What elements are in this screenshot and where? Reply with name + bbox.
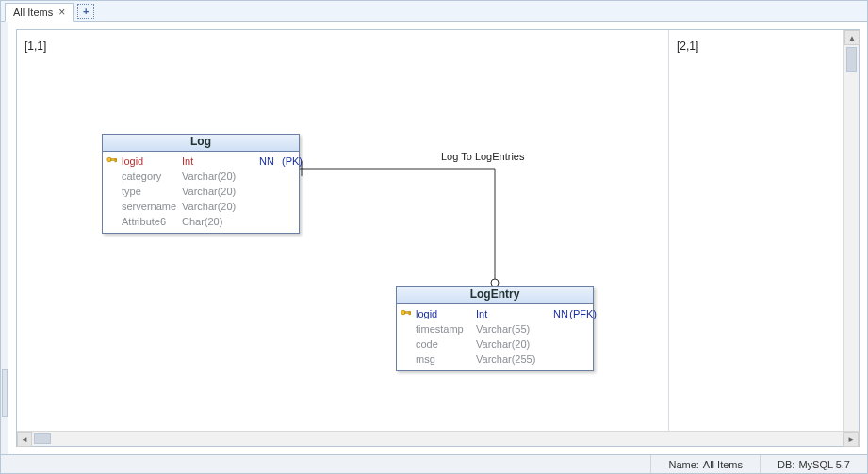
tab-strip: All Items × + — [1, 1, 867, 22]
entity-logentry-row-logid[interactable]: logid Int NN (PFK) — [401, 306, 589, 321]
horizontal-scrollbar[interactable]: ◄ ► — [17, 431, 859, 446]
blank-icon — [401, 353, 414, 365]
pane-divider[interactable] — [668, 30, 669, 431]
entity-logentry[interactable]: LogEntry logid Int NN (PFK) — [396, 286, 594, 371]
entity-log-row-type[interactable]: type Varchar(20) — [106, 184, 295, 199]
blank-icon — [106, 186, 120, 197]
col-nn: NN — [254, 155, 274, 167]
entity-logentry-row-timestamp[interactable]: timestamp Varchar(55) — [401, 321, 589, 336]
tab-close-icon[interactable]: × — [58, 6, 65, 19]
status-bar: Name: All Items DB: MySQL 5.7 — [1, 454, 867, 473]
relationship-label[interactable]: Log To LogEntries — [441, 151, 524, 162]
vertical-scrollbar[interactable]: ▲ ▼ — [843, 30, 859, 446]
col-name: servername — [122, 201, 182, 212]
svg-rect-9 — [409, 312, 411, 315]
entity-log-row-category[interactable]: category Varchar(20) — [106, 169, 295, 184]
col-name: logid — [122, 155, 182, 167]
blank-icon — [106, 201, 120, 212]
scroll-left-button[interactable]: ◄ — [17, 432, 32, 447]
primary-key-icon — [106, 155, 120, 167]
foreign-key-icon — [401, 308, 414, 319]
col-type: Varchar(20) — [182, 171, 254, 182]
status-name-cell: Name: All Items — [650, 455, 760, 473]
col-key: (PK) — [274, 155, 303, 167]
entity-logentry-row-code[interactable]: code Varchar(20) — [401, 336, 589, 351]
pane-coords-left: [1,1] — [25, 40, 46, 53]
col-type: Varchar(20) — [182, 186, 254, 197]
scroll-right-button[interactable]: ► — [843, 432, 859, 447]
pane-coords-right: [2,1] — [677, 40, 698, 53]
horizontal-scroll-thumb[interactable] — [34, 433, 51, 444]
status-name-label: Name: — [668, 459, 698, 470]
entity-logentry-rows: logid Int NN (PFK) timestamp Varchar(55) — [397, 304, 593, 370]
vertical-scroll-thumb[interactable] — [846, 47, 857, 72]
entity-logentry-row-msg[interactable]: msg Varchar(255) — [401, 351, 589, 367]
col-type: Varchar(20) — [476, 338, 548, 350]
col-name: type — [122, 186, 182, 197]
col-name: code — [416, 338, 476, 350]
entity-log-row-attribute6[interactable]: Attribute6 Char(20) — [106, 214, 295, 229]
status-db-label: DB: — [778, 459, 794, 470]
status-db-value: MySQL 5.7 — [798, 459, 850, 470]
blank-icon — [401, 323, 414, 335]
entity-log-row-servername[interactable]: servername Varchar(20) — [106, 199, 295, 214]
status-db-cell: DB: MySQL 5.7 — [760, 455, 867, 473]
entity-log[interactable]: Log logid Int NN (PK) — [102, 134, 300, 234]
tab-label: All Items — [13, 7, 53, 18]
col-type: Varchar(20) — [182, 201, 254, 212]
blank-icon — [106, 216, 120, 227]
entity-log-row-logid[interactable]: logid Int NN (PK) — [106, 154, 295, 169]
scroll-up-button[interactable]: ▲ — [844, 30, 860, 45]
status-name-value: All Items — [703, 459, 743, 470]
col-name: timestamp — [416, 323, 476, 335]
col-type: Varchar(55) — [476, 323, 548, 335]
blank-icon — [106, 171, 120, 182]
tab-all-items[interactable]: All Items × — [5, 3, 74, 22]
left-gutter — [1, 22, 8, 454]
col-name: logid — [416, 308, 476, 319]
col-name: msg — [416, 353, 476, 365]
blank-icon — [401, 338, 414, 350]
col-name: Attribute6 — [122, 216, 182, 227]
svg-point-3 — [491, 279, 499, 286]
canvas-container: [1,1] [2,1] Log To LogEntries Log — [16, 29, 860, 447]
gutter-handle[interactable] — [2, 369, 8, 417]
entity-log-rows: logid Int NN (PK) category Varchar(20) — [103, 152, 299, 233]
app-window: All Items × + [1,1] [2,1] — [0, 0, 868, 474]
col-nn: NN — [548, 308, 568, 319]
col-type: Varchar(255) — [476, 353, 548, 365]
col-type: Char(20) — [182, 216, 254, 227]
entity-log-title[interactable]: Log — [103, 135, 299, 152]
col-name: category — [122, 171, 182, 182]
add-tab-button[interactable]: + — [77, 4, 94, 19]
entity-logentry-title[interactable]: LogEntry — [397, 287, 593, 304]
main-area: [1,1] [2,1] Log To LogEntries Log — [1, 22, 867, 454]
svg-rect-6 — [115, 159, 117, 162]
col-key: (PFK) — [568, 308, 597, 319]
col-type: Int — [182, 155, 254, 167]
diagram-canvas[interactable]: [1,1] [2,1] Log To LogEntries Log — [17, 30, 843, 431]
col-type: Int — [476, 308, 548, 319]
